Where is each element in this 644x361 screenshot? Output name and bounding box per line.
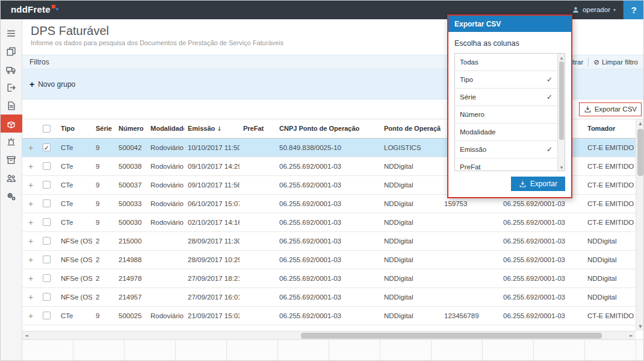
row-checkbox-cell	[39, 157, 57, 175]
column-option[interactable]: PreFat	[455, 159, 557, 171]
column-option[interactable]: Emissão✓	[455, 141, 557, 159]
new-group-button[interactable]: + Novo grupo	[29, 80, 75, 89]
expand-row-button[interactable]: +	[22, 269, 39, 287]
export-csv-button[interactable]: Exportar CSV	[579, 102, 642, 116]
column-option-label: Modalidade	[460, 128, 495, 136]
row-checkbox[interactable]	[43, 181, 51, 189]
table-cell: 02/10/2017 14:16	[184, 213, 240, 231]
row-checkbox-cell	[39, 213, 57, 231]
sidebar-item-menu[interactable]	[0, 24, 22, 42]
table-cell: 9	[92, 194, 115, 213]
table-cell: 9	[92, 138, 115, 157]
scroll-right-icon[interactable]: ►	[627, 331, 636, 340]
table-cell	[441, 287, 500, 306]
horizontal-scrollbar-thumb[interactable]	[301, 333, 602, 339]
expand-row-button[interactable]: +	[22, 175, 39, 194]
expand-row-button[interactable]: +	[22, 287, 39, 306]
scroll-up-icon[interactable]: ▲	[636, 119, 644, 128]
table-cell: 500033	[115, 194, 147, 213]
expand-column-header	[22, 119, 39, 138]
column-header[interactable]: Emissão↓	[184, 119, 240, 138]
table-cell: 500030	[115, 213, 147, 231]
column-header[interactable]: PreFat	[240, 119, 276, 138]
table-cell: CT-E EMITIDO EM	[584, 213, 642, 231]
expand-row-button[interactable]: +	[22, 194, 39, 213]
column-option[interactable]: Série✓	[455, 89, 557, 106]
column-option-label: Número	[460, 111, 485, 118]
footer-cell	[534, 340, 585, 361]
sidebar-item-users[interactable]	[0, 169, 22, 187]
expand-row-button[interactable]: +	[22, 231, 39, 250]
expand-row-button[interactable]: +	[22, 250, 39, 269]
menu-icon	[6, 28, 16, 39]
table-cell: CT-E EMITIDO EM	[584, 138, 642, 157]
expand-row-button[interactable]: +	[22, 138, 39, 157]
table-row[interactable]: +NFSe (OST)221498828/09/2017 10:2506.255…	[22, 250, 642, 269]
list-scrollbar[interactable]: ▲ ▼	[557, 54, 565, 171]
sidebar-item-billing-active[interactable]	[0, 115, 22, 133]
table-row[interactable]: +CTe9500025Rodoviário21/09/2017 15:0306.…	[22, 306, 642, 325]
list-scroll-up-icon[interactable]: ▲	[558, 54, 565, 61]
modal-header: Exportar CSV	[448, 16, 571, 32]
clear-filter-link[interactable]: ⊘ Limpar filtro	[593, 58, 638, 66]
row-checkbox-cell: ✓	[39, 138, 57, 157]
list-scroll-down-icon[interactable]: ▼	[558, 163, 565, 171]
row-checkbox[interactable]	[43, 256, 51, 263]
table-cell: 123456789	[441, 306, 500, 325]
help-button[interactable]: ?	[624, 0, 644, 19]
column-header[interactable]: Modalidade	[147, 119, 184, 138]
column-header[interactable]: Ponto de Operação	[380, 119, 441, 138]
table-row[interactable]: +CTe9500030Rodoviário02/10/2017 14:1606.…	[22, 213, 642, 231]
modal-export-button[interactable]: Exportar	[511, 177, 565, 191]
vertical-scrollbar[interactable]: ▲ ▼	[636, 119, 644, 331]
row-checkbox[interactable]: ✓	[43, 143, 51, 151]
expand-row-button[interactable]: +	[22, 306, 39, 325]
row-checkbox[interactable]	[43, 293, 51, 301]
table-cell: 06.255.692/0001-03	[276, 269, 380, 287]
table-cell: 28/09/2017 11:30	[184, 231, 240, 250]
sidebar-item-truck[interactable]	[0, 60, 22, 78]
column-option[interactable]: Número	[455, 106, 557, 124]
row-checkbox[interactable]	[43, 274, 51, 282]
column-header[interactable]: CNPJ Ponto de Operação	[276, 119, 380, 138]
column-option[interactable]: Modalidade	[455, 124, 557, 141]
sidebar-item-copy-pages[interactable]	[0, 42, 22, 60]
row-checkbox[interactable]	[43, 199, 51, 207]
select-all-checkbox[interactable]	[43, 125, 51, 133]
grid-footer	[22, 339, 644, 361]
list-scrollbar-thumb[interactable]	[559, 61, 564, 140]
row-checkbox[interactable]	[43, 218, 51, 226]
column-option[interactable]: Todas	[455, 54, 557, 71]
table-cell: NDDigital	[584, 250, 642, 269]
table-cell: 500038	[115, 157, 147, 175]
expand-row-button[interactable]: +	[22, 213, 39, 231]
user-menu[interactable]: operador ▾	[565, 0, 623, 19]
row-checkbox[interactable]	[43, 237, 51, 245]
column-header[interactable]: Tomador	[584, 119, 642, 138]
row-checkbox-cell	[39, 250, 57, 269]
row-checkbox[interactable]	[43, 162, 51, 170]
column-header[interactable]: Número	[115, 119, 147, 138]
table-cell: LOGISTICS	[380, 138, 441, 157]
table-row[interactable]: +NFSe (OST)221495727/09/2017 16:0106.255…	[22, 287, 642, 306]
sidebar-item-archive[interactable]	[0, 151, 22, 169]
scroll-down-icon[interactable]: ▼	[636, 322, 644, 331]
row-checkbox[interactable]	[43, 312, 51, 319]
gears-icon	[6, 191, 16, 201]
horizontal-scrollbar[interactable]: ◄ ►	[22, 331, 636, 339]
table-cell: 50.849.838/0025-10	[276, 138, 380, 157]
app-logo: nddFrete	[0, 4, 58, 15]
sidebar-item-settings[interactable]	[0, 187, 22, 205]
sidebar-item-logout[interactable]	[0, 78, 22, 96]
sidebar-item-document[interactable]	[0, 96, 22, 115]
sidebar-item-siren[interactable]	[0, 133, 22, 151]
table-row[interactable]: +NFSe (OST)221497827/09/2017 18:2106.255…	[22, 269, 642, 287]
scroll-left-icon[interactable]: ◄	[22, 331, 31, 340]
vertical-scrollbar-thumb[interactable]	[637, 129, 643, 176]
expand-row-button[interactable]: +	[22, 157, 39, 175]
table-row[interactable]: +NFSe (OST)221500028/09/2017 11:3006.255…	[22, 231, 642, 250]
column-header[interactable]: Tipo	[57, 119, 92, 138]
column-option[interactable]: Tipo✓	[455, 71, 557, 89]
table-cell	[240, 250, 276, 269]
column-header[interactable]: Série	[92, 119, 115, 138]
